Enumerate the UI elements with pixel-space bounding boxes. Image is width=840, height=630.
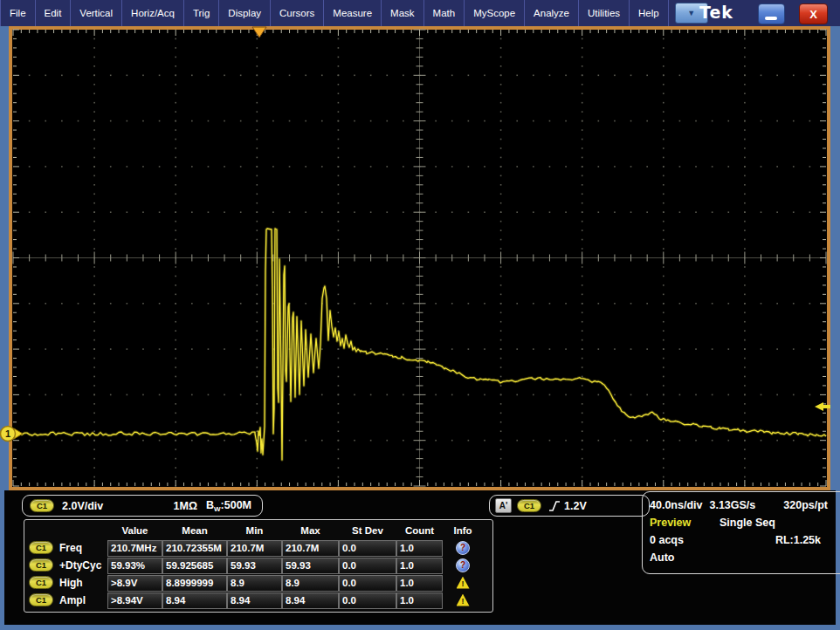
measurement-min: 8.94 xyxy=(227,592,282,609)
measurement-name: Freq xyxy=(59,542,82,554)
measurement-count: 1.0 xyxy=(396,575,443,592)
menu-analyze[interactable]: Analyze xyxy=(525,0,579,26)
chevron-down-icon: ▼ xyxy=(687,9,695,17)
measurement-row-label: C1Freq xyxy=(27,539,107,556)
close-button[interactable]: X xyxy=(799,3,828,24)
measurement-info-cell: ? xyxy=(443,557,483,573)
column-header-st-dev: St Dev xyxy=(339,522,396,539)
menu-measure[interactable]: Measure xyxy=(324,0,382,26)
measurement-stdev: 0.0 xyxy=(339,575,396,592)
measurement-count: 1.0 xyxy=(396,558,443,574)
measurement-info-cell: ! xyxy=(443,574,483,591)
menu-edit[interactable]: Edit xyxy=(36,0,72,26)
measurement-max: 8.9 xyxy=(282,575,339,592)
question-info-icon[interactable]: ? xyxy=(456,558,470,572)
measurement-row-label: C1Ampl xyxy=(27,592,107,608)
minimize-button[interactable] xyxy=(758,3,785,24)
measurement-name: High xyxy=(59,577,83,589)
menu-utilities[interactable]: Utilities xyxy=(579,0,630,26)
sample-rate: 3.13GS/s xyxy=(709,496,755,514)
minimize-icon xyxy=(765,17,777,20)
acquisition-count: 0 acqs xyxy=(650,531,684,549)
menu-items: FileEditVerticalHoriz/AcqTrigDisplayCurs… xyxy=(0,0,669,26)
menu-mask[interactable]: Mask xyxy=(382,0,423,26)
record-length: RL:1.25k xyxy=(775,531,821,549)
menu-file[interactable]: File xyxy=(0,0,36,26)
channel-badge[interactable]: C1 xyxy=(29,576,53,589)
trigger-state: Auto xyxy=(650,549,674,566)
channel1-readout[interactable]: C1 2.0V/div 1MΩ BW:500M xyxy=(22,495,263,517)
measurement-value: 59.93% xyxy=(107,558,162,574)
timebase: 40.0ns/div xyxy=(650,496,702,514)
measurement-max: 8.94 xyxy=(282,592,339,609)
column-header-info: Info xyxy=(443,522,483,539)
channel-badge[interactable]: C1 xyxy=(29,558,53,572)
horizontal-readout[interactable]: 40.0ns/div 3.13GS/s 320ps/pt Preview Sin… xyxy=(642,491,840,574)
measurement-value: >8.94V xyxy=(107,592,162,609)
warning-icon[interactable]: ! xyxy=(457,594,470,606)
channel1-badge[interactable]: C1 xyxy=(30,499,54,512)
tek-logo: Tek xyxy=(699,3,733,22)
measurement-table: ValueMeanMinMaxSt DevCountInfoC1Freq210.… xyxy=(24,519,493,613)
measurement-info-cell: ! xyxy=(443,592,483,608)
channel-badge[interactable]: C1 xyxy=(29,593,53,606)
measurement-value: 210.7MHz xyxy=(107,540,162,557)
menu-help[interactable]: Help xyxy=(630,0,669,26)
input-impedance: 1MΩ xyxy=(174,500,197,512)
menu-horiz-acq[interactable]: Horiz/Acq xyxy=(122,0,184,26)
bandwidth-readout: BW:500M xyxy=(206,499,251,513)
measurement-mean: 8.8999999 xyxy=(162,575,227,592)
measurement-mean: 59.925685 xyxy=(162,558,227,574)
rising-edge-icon xyxy=(548,499,561,513)
measurement-max: 59.93 xyxy=(282,558,339,574)
column-header-value: Value xyxy=(107,522,162,539)
column-header-min: Min xyxy=(227,522,282,539)
measurement-name: Ampl xyxy=(59,594,86,606)
readout-panel: C1 2.0V/div 1MΩ BW:500M A' C1 1.2V 40.0n… xyxy=(4,490,836,625)
menu-bar: FileEditVerticalHoriz/AcqTrigDisplayCurs… xyxy=(0,0,840,26)
measurement-row-label: C1+DtyCyc xyxy=(27,557,107,573)
measurement-min: 210.7M xyxy=(227,540,282,557)
measurement-mean: 8.94 xyxy=(162,592,227,609)
measurement-value: >8.9V xyxy=(107,575,162,592)
measurement-min: 59.93 xyxy=(227,558,282,574)
waveform-display xyxy=(9,26,830,490)
measurement-stdev: 0.0 xyxy=(339,540,396,557)
measurement-count: 1.0 xyxy=(396,540,443,557)
trigger-readout[interactable]: A' C1 1.2V xyxy=(489,495,650,517)
column-header-mean: Mean xyxy=(162,522,227,539)
measurement-header-blank xyxy=(27,522,107,539)
measurement-count: 1.0 xyxy=(396,592,443,609)
menu-display[interactable]: Display xyxy=(219,0,271,26)
column-header-max: Max xyxy=(282,522,339,539)
menu-cursors[interactable]: Cursors xyxy=(271,0,324,26)
measurement-info-cell: ? xyxy=(443,539,483,556)
measurement-mean: 210.72355M xyxy=(162,540,227,557)
measurement-stdev: 0.0 xyxy=(339,558,396,574)
trigger-source-badge[interactable]: A' xyxy=(495,498,512,513)
sample-resolution: 320ps/pt xyxy=(783,496,828,514)
menu-math[interactable]: Math xyxy=(424,0,465,26)
menu-trig[interactable]: Trig xyxy=(184,0,219,26)
question-info-icon[interactable]: ? xyxy=(456,541,470,555)
column-header-count: Count xyxy=(396,522,443,539)
preview-status: Preview xyxy=(650,514,720,531)
trigger-level: 1.2V xyxy=(564,500,587,512)
menu-myscope[interactable]: MyScope xyxy=(465,0,525,26)
warning-icon[interactable]: ! xyxy=(457,577,470,589)
tekscope-window: FileEditVerticalHoriz/AcqTrigDisplayCurs… xyxy=(0,0,840,630)
measurement-name: +DtyCyc xyxy=(59,559,101,572)
measurement-min: 8.9 xyxy=(227,575,282,592)
channel-badge[interactable]: C1 xyxy=(29,541,53,554)
measurement-row-label: C1High xyxy=(27,574,107,591)
trigger-channel-badge[interactable]: C1 xyxy=(517,499,541,512)
acquisition-mode: Single Seq xyxy=(720,514,775,531)
menu-vertical[interactable]: Vertical xyxy=(71,0,122,26)
vertical-scale: 2.0V/div xyxy=(62,500,103,512)
measurement-stdev: 0.0 xyxy=(339,592,396,609)
measurement-max: 210.7M xyxy=(282,540,339,557)
